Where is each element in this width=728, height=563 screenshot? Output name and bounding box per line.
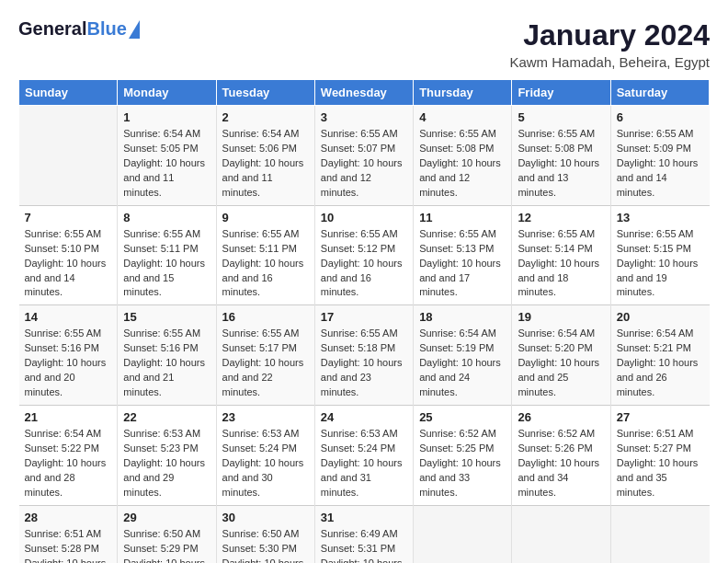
sunrise-text: Sunrise: 6:55 AM xyxy=(222,227,309,242)
daylight-text: Daylight: 10 hours xyxy=(123,156,210,171)
sunrise-text: Sunrise: 6:55 AM xyxy=(123,227,210,242)
sunset-text: Sunset: 5:30 PM xyxy=(222,542,309,557)
day-number: 14 xyxy=(25,310,112,324)
sunrise-text: Sunrise: 6:55 AM xyxy=(321,127,407,142)
calendar-cell: 14Sunrise: 6:55 AMSunset: 5:16 PMDayligh… xyxy=(19,305,118,406)
calendar-cell: 23Sunrise: 6:53 AMSunset: 5:24 PMDayligh… xyxy=(216,406,314,506)
calendar-week-row: 21Sunrise: 6:54 AMSunset: 5:22 PMDayligh… xyxy=(19,406,710,506)
calendar-cell: 6Sunrise: 6:55 AMSunset: 5:09 PMDaylight… xyxy=(610,106,709,206)
calendar-cell: 5Sunrise: 6:55 AMSunset: 5:08 PMDaylight… xyxy=(512,106,610,206)
daylight-minutes-text: and and 22 minutes. xyxy=(222,371,309,400)
sunrise-text: Sunrise: 6:55 AM xyxy=(25,327,112,341)
calendar-cell: 24Sunrise: 6:53 AMSunset: 5:24 PMDayligh… xyxy=(314,406,413,506)
sunrise-text: Sunrise: 6:54 AM xyxy=(222,127,309,142)
daylight-text: Daylight: 10 hours xyxy=(419,356,506,371)
calendar-cell: 21Sunrise: 6:54 AMSunset: 5:22 PMDayligh… xyxy=(19,406,118,506)
sunset-text: Sunset: 5:15 PM xyxy=(617,242,704,257)
day-number: 12 xyxy=(518,211,604,224)
calendar-cell: 12Sunrise: 6:55 AMSunset: 5:14 PMDayligh… xyxy=(512,205,610,305)
sunset-text: Sunset: 5:31 PM xyxy=(321,542,407,557)
header-wednesday: Wednesday xyxy=(314,80,413,106)
day-number: 13 xyxy=(617,211,704,224)
calendar-cell: 13Sunrise: 6:55 AMSunset: 5:15 PMDayligh… xyxy=(610,205,709,305)
sunset-text: Sunset: 5:19 PM xyxy=(419,341,506,356)
sunrise-text: Sunrise: 6:50 AM xyxy=(123,527,210,542)
calendar-cell: 28Sunrise: 6:51 AMSunset: 5:28 PMDayligh… xyxy=(19,505,118,563)
day-number: 22 xyxy=(123,410,210,424)
daylight-minutes-text: and and 29 minutes. xyxy=(123,471,210,500)
daylight-text: Daylight: 10 hours xyxy=(518,356,604,371)
daylight-minutes-text: and and 16 minutes. xyxy=(222,271,309,301)
calendar-cell: 11Sunrise: 6:55 AMSunset: 5:13 PMDayligh… xyxy=(414,205,512,305)
daylight-text: Daylight: 10 hours xyxy=(222,557,309,563)
calendar-cell: 16Sunrise: 6:55 AMSunset: 5:17 PMDayligh… xyxy=(216,305,314,406)
calendar-cell: 17Sunrise: 6:55 AMSunset: 5:18 PMDayligh… xyxy=(314,305,413,406)
sunset-text: Sunset: 5:14 PM xyxy=(518,242,604,257)
day-number: 25 xyxy=(419,410,506,424)
calendar-cell: 10Sunrise: 6:55 AMSunset: 5:12 PMDayligh… xyxy=(314,205,413,305)
daylight-text: Daylight: 10 hours xyxy=(518,456,604,471)
calendar-cell: 2Sunrise: 6:54 AMSunset: 5:06 PMDaylight… xyxy=(216,106,314,206)
day-number: 18 xyxy=(419,310,506,324)
header-row: SundayMondayTuesdayWednesdayThursdayFrid… xyxy=(19,80,710,106)
daylight-text: Daylight: 10 hours xyxy=(222,356,309,371)
logo-general-text: General xyxy=(18,18,86,39)
daylight-text: Daylight: 10 hours xyxy=(123,456,210,471)
sunset-text: Sunset: 5:24 PM xyxy=(321,442,407,456)
calendar-cell: 29Sunrise: 6:50 AMSunset: 5:29 PMDayligh… xyxy=(118,505,216,563)
sunrise-text: Sunrise: 6:52 AM xyxy=(419,427,506,442)
calendar-cell: 3Sunrise: 6:55 AMSunset: 5:07 PMDaylight… xyxy=(314,106,413,206)
daylight-text: Daylight: 10 hours xyxy=(123,557,210,563)
calendar-cell: 30Sunrise: 6:50 AMSunset: 5:30 PMDayligh… xyxy=(216,505,314,563)
sunset-text: Sunset: 5:08 PM xyxy=(518,142,604,156)
sunrise-text: Sunrise: 6:55 AM xyxy=(25,227,112,242)
daylight-text: Daylight: 10 hours xyxy=(321,257,407,271)
calendar-cell: 27Sunrise: 6:51 AMSunset: 5:27 PMDayligh… xyxy=(610,406,709,506)
sunrise-text: Sunrise: 6:51 AM xyxy=(617,427,704,442)
daylight-text: Daylight: 10 hours xyxy=(123,257,210,271)
calendar-week-row: 14Sunrise: 6:55 AMSunset: 5:16 PMDayligh… xyxy=(19,305,710,406)
sunset-text: Sunset: 5:10 PM xyxy=(25,242,112,257)
sunrise-text: Sunrise: 6:55 AM xyxy=(419,227,506,242)
sunset-text: Sunset: 5:17 PM xyxy=(222,341,309,356)
header-sunday: Sunday xyxy=(19,80,118,106)
daylight-text: Daylight: 10 hours xyxy=(518,156,604,171)
day-number: 19 xyxy=(518,310,604,324)
daylight-minutes-text: and and 19 minutes. xyxy=(617,271,704,301)
day-number: 24 xyxy=(321,410,407,424)
daylight-text: Daylight: 10 hours xyxy=(25,456,112,471)
calendar-cell xyxy=(512,505,610,563)
day-number: 17 xyxy=(321,310,407,324)
daylight-minutes-text: and and 11 minutes. xyxy=(222,171,309,201)
calendar-cell: 4Sunrise: 6:55 AMSunset: 5:08 PMDaylight… xyxy=(414,106,512,206)
sunset-text: Sunset: 5:05 PM xyxy=(123,142,210,156)
daylight-minutes-text: and and 17 minutes. xyxy=(419,271,506,301)
logo-triangle-icon xyxy=(129,20,140,39)
calendar-cell: 1Sunrise: 6:54 AMSunset: 5:05 PMDaylight… xyxy=(118,106,216,206)
day-number: 28 xyxy=(25,511,112,524)
day-number: 5 xyxy=(518,110,604,124)
daylight-text: Daylight: 10 hours xyxy=(617,456,704,471)
sunset-text: Sunset: 5:25 PM xyxy=(419,442,506,456)
calendar-cell: 19Sunrise: 6:54 AMSunset: 5:20 PMDayligh… xyxy=(512,305,610,406)
sunrise-text: Sunrise: 6:55 AM xyxy=(222,327,309,341)
daylight-minutes-text: and and 14 minutes. xyxy=(617,171,704,201)
sunset-text: Sunset: 5:29 PM xyxy=(123,542,210,557)
daylight-text: Daylight: 10 hours xyxy=(617,156,704,171)
calendar-cell: 22Sunrise: 6:53 AMSunset: 5:23 PMDayligh… xyxy=(118,406,216,506)
header-monday: Monday xyxy=(118,80,216,106)
daylight-text: Daylight: 10 hours xyxy=(321,456,407,471)
daylight-minutes-text: and and 26 minutes. xyxy=(617,371,704,400)
calendar-week-row: 7Sunrise: 6:55 AMSunset: 5:10 PMDaylight… xyxy=(19,205,710,305)
calendar-cell xyxy=(19,106,118,206)
calendar-cell: 9Sunrise: 6:55 AMSunset: 5:11 PMDaylight… xyxy=(216,205,314,305)
calendar-cell: 31Sunrise: 6:49 AMSunset: 5:31 PMDayligh… xyxy=(314,505,413,563)
daylight-minutes-text: and and 23 minutes. xyxy=(321,371,407,400)
day-number: 11 xyxy=(419,211,506,224)
day-number: 27 xyxy=(617,410,704,424)
daylight-text: Daylight: 10 hours xyxy=(222,257,309,271)
sunset-text: Sunset: 5:20 PM xyxy=(518,341,604,356)
daylight-minutes-text: and and 12 minutes. xyxy=(321,171,407,201)
title-block: January 2024 Kawm Hamadah, Beheira, Egyp… xyxy=(509,18,710,70)
sunrise-text: Sunrise: 6:53 AM xyxy=(123,427,210,442)
